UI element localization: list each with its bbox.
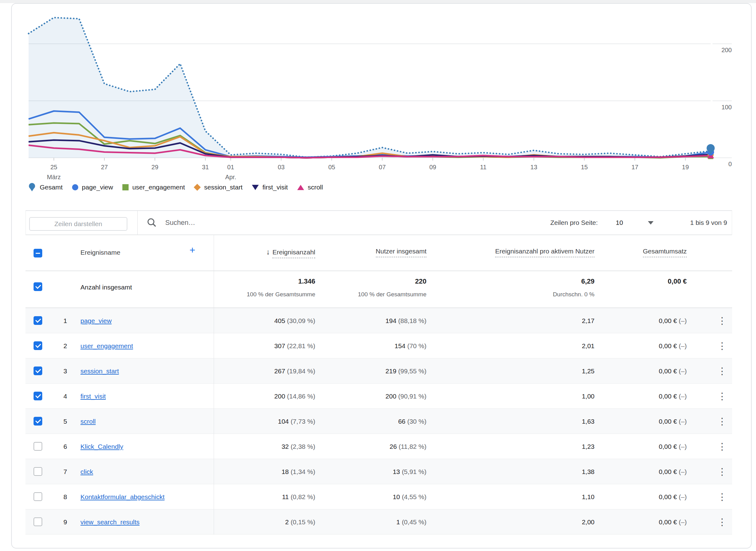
legend-item-user-engagement: user_engagement xyxy=(122,183,185,191)
search-input[interactable] xyxy=(165,218,320,227)
svg-text:März: März xyxy=(47,174,61,180)
show-rows-button[interactable]: Zeilen darstellen xyxy=(29,217,127,231)
svg-text:11: 11 xyxy=(480,164,487,170)
row-checkbox[interactable] xyxy=(34,492,42,501)
event-name-link[interactable]: Klick_Calendly xyxy=(80,434,123,459)
analytics-events-report: 010020025März27293101Apr.030507091113151… xyxy=(0,0,756,551)
table-row: 1 page_view 405 (30,09 %) 194 (88,18 %) … xyxy=(25,308,732,333)
pagination-status: 1 bis 9 von 9 xyxy=(690,219,727,226)
row-more-options-icon[interactable]: ⋮ xyxy=(718,459,727,484)
svg-text:19: 19 xyxy=(682,164,689,170)
svg-text:0: 0 xyxy=(728,160,732,167)
event-name-link[interactable]: first_visit xyxy=(80,384,106,409)
svg-text:01: 01 xyxy=(227,164,234,170)
svg-text:13: 13 xyxy=(531,164,537,170)
row-more-options-icon[interactable]: ⋮ xyxy=(718,409,727,434)
legend-label: user_engagement xyxy=(132,183,185,191)
svg-text:Apr.: Apr. xyxy=(225,174,236,180)
event-name-link[interactable]: click xyxy=(80,459,93,484)
svg-text:25: 25 xyxy=(50,164,57,170)
totals-checkbox[interactable] xyxy=(34,282,42,291)
event-name-link[interactable]: user_engagement xyxy=(80,333,133,359)
row-more-options-icon[interactable]: ⋮ xyxy=(718,509,727,535)
row-number: 1 xyxy=(58,308,67,333)
row-number: 3 xyxy=(58,359,67,384)
svg-text:05: 05 xyxy=(328,164,335,170)
table-row: 7 click 18 (1,34 %) 13 (5,91 %) 1,38 0,0… xyxy=(25,459,732,484)
triangle-up-icon xyxy=(297,185,304,190)
select-all-checkbox[interactable] xyxy=(34,249,42,257)
add-column-icon[interactable]: + xyxy=(189,244,195,256)
rows-per-page-value[interactable]: 10 xyxy=(616,219,623,226)
totals-row: Anzahl insgesamt 1.346 100 % der Gesamts… xyxy=(25,271,732,308)
toolbar-divider xyxy=(137,211,138,234)
legend-label: scroll xyxy=(308,183,323,191)
legend-item-first-visit: first_visit xyxy=(252,183,288,191)
svg-text:31: 31 xyxy=(202,164,209,170)
svg-text:100: 100 xyxy=(722,104,732,111)
row-more-options-icon[interactable]: ⋮ xyxy=(718,333,727,359)
column-header-total-revenue[interactable]: Gesamtumsatz xyxy=(643,247,687,255)
row-checkbox[interactable] xyxy=(34,417,42,426)
circle-icon xyxy=(72,184,78,190)
totals-users-sub: 100 % der Gesamtsumme xyxy=(358,291,427,298)
svg-text:200: 200 xyxy=(722,47,732,53)
legend-item-gesamt: Gesamt xyxy=(28,183,63,192)
row-number: 5 xyxy=(58,409,67,434)
svg-text:15: 15 xyxy=(581,164,588,170)
event-name-link[interactable]: view_search_results xyxy=(80,509,139,535)
row-checkbox[interactable] xyxy=(34,442,42,451)
column-header-event-count[interactable]: ↓Ereignisanzahl xyxy=(266,247,315,256)
totals-label: Anzahl insgesamt xyxy=(80,284,132,291)
row-more-options-icon[interactable]: ⋮ xyxy=(718,384,727,409)
table-row: 5 scroll 104 (7,73 %) 66 (30 %) 1,63 0,0… xyxy=(25,409,732,434)
svg-text:17: 17 xyxy=(632,164,638,170)
totals-event-count: 1.346 xyxy=(298,278,315,286)
event-name-link[interactable]: scroll xyxy=(80,409,96,434)
row-checkbox[interactable] xyxy=(34,517,42,526)
row-checkbox[interactable] xyxy=(34,392,42,400)
search-icon xyxy=(147,217,157,228)
row-checkbox[interactable] xyxy=(34,367,42,375)
table-row: 3 session_start 267 (19,84 %) 219 (99,55… xyxy=(25,359,732,384)
totals-per-user-sub: Durchschn. 0 % xyxy=(553,291,595,298)
square-icon xyxy=(122,184,129,190)
table-header: Ereignisname + ↓Ereignisanzahl Nutzer in… xyxy=(25,235,732,271)
diamond-icon xyxy=(194,184,201,191)
table-row: 9 view_search_results 2 (0,15 %) 1 (0,45… xyxy=(25,509,732,535)
totals-revenue: 0,00 € xyxy=(668,278,687,286)
legend-label: page_view xyxy=(82,183,113,191)
totals-event-count-sub: 100 % der Gesamtsumme xyxy=(247,291,315,298)
table-row: 8 Kontaktformular_abgeschickt 11 (0,82 %… xyxy=(25,484,732,509)
legend-label: Gesamt xyxy=(40,183,63,191)
row-number: 9 xyxy=(58,509,67,535)
svg-text:07: 07 xyxy=(379,164,386,170)
legend-item-session-start: session_start xyxy=(194,183,242,191)
row-more-options-icon[interactable]: ⋮ xyxy=(718,434,727,459)
row-more-options-icon[interactable]: ⋮ xyxy=(718,484,727,509)
column-header-event-name[interactable]: Ereignisname xyxy=(80,249,120,256)
event-name-link[interactable]: session_start xyxy=(80,359,119,384)
event-name-link[interactable]: page_view xyxy=(80,308,111,333)
totals-users: 220 xyxy=(415,278,427,286)
chart-legend: Gesamt page_view user_engagement session… xyxy=(28,183,323,192)
row-number: 6 xyxy=(58,434,67,459)
column-header-total-users[interactable]: Nutzer insgesamt xyxy=(376,247,427,255)
legend-label: session_start xyxy=(204,183,242,191)
row-checkbox[interactable] xyxy=(34,316,42,325)
column-header-count-per-user[interactable]: Ereignisanzahl pro aktivem Nutzer xyxy=(495,247,595,255)
row-more-options-icon[interactable]: ⋮ xyxy=(718,308,727,333)
row-more-options-icon[interactable]: ⋮ xyxy=(718,359,727,384)
svg-text:03: 03 xyxy=(278,164,284,170)
chevron-down-icon[interactable] xyxy=(648,221,654,224)
events-over-time-chart: 010020025März27293101Apr.030507091113151… xyxy=(0,0,756,205)
totals-per-user: 6,29 xyxy=(581,278,595,286)
balloon-icon xyxy=(28,183,36,192)
legend-label: first_visit xyxy=(262,183,288,191)
row-checkbox[interactable] xyxy=(34,341,42,350)
row-checkbox[interactable] xyxy=(34,467,42,476)
sort-descending-icon: ↓ xyxy=(266,247,270,256)
event-name-link[interactable]: Kontaktformular_abgeschickt xyxy=(80,484,165,509)
triangle-down-icon xyxy=(252,185,259,190)
row-number: 4 xyxy=(58,384,67,409)
